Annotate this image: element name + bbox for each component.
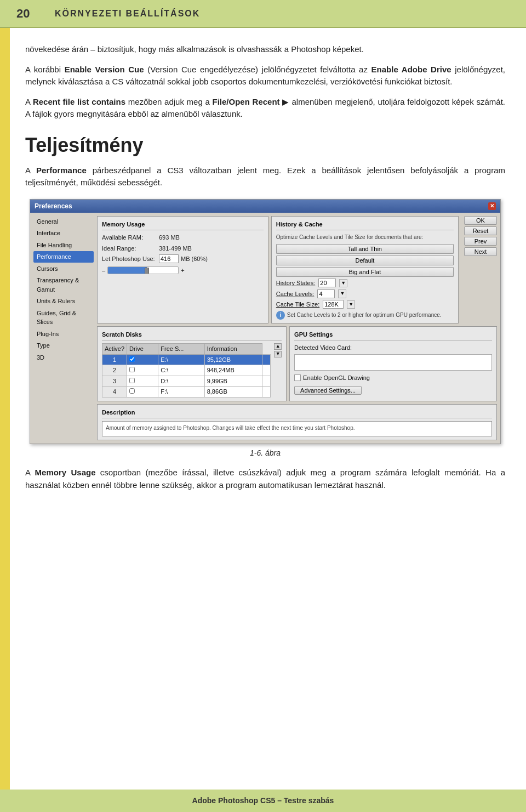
disk-free-2: 948,24MB xyxy=(204,365,262,376)
right-buttons-panel: OK Reset Prev Next xyxy=(464,216,497,323)
cache-info-row: i Set Cache Levels to 2 or higher for op… xyxy=(276,311,454,320)
description-text: Amount of memory assigned to Photoshop. … xyxy=(102,421,492,436)
disk-num-4: 4 xyxy=(102,387,127,398)
opengl-checkbox-row: Enable OpenGL Drawing xyxy=(294,373,492,383)
next-button[interactable]: Next xyxy=(464,247,497,256)
opengl-label: Enable OpenGL Drawing xyxy=(303,373,370,383)
disk-free-1: 35,12GB xyxy=(204,354,262,365)
chapter-title: KÖRNYEZETI BEÁLLÍTÁSOK xyxy=(55,7,200,20)
reset-button[interactable]: Reset xyxy=(464,226,497,235)
cache-levels-input[interactable] xyxy=(317,289,335,298)
dialog-title: Preferences xyxy=(35,201,72,211)
disk-drive-4: F:\ xyxy=(158,387,204,398)
disk-num-1: 1 xyxy=(102,354,127,365)
cache-levels-arrow[interactable]: ▼ xyxy=(338,289,346,298)
disk-info-2 xyxy=(262,365,271,376)
tall-thin-button[interactable]: Tall and Thin xyxy=(276,244,454,254)
cache-levels-label: Cache Levels: xyxy=(276,289,315,299)
ideal-range-value: 381-499 MB xyxy=(159,244,192,253)
disk-row-3[interactable]: 3 D:\ 9,99GB xyxy=(102,376,271,387)
let-photoshop-row: Let Photoshop Use: MB (60%) xyxy=(102,254,264,264)
scratch-disks-content: Active? Drive Free S... Information xyxy=(102,343,282,398)
cache-tile-input[interactable] xyxy=(323,300,344,309)
history-states-row: History States: ▼ xyxy=(276,279,454,288)
photoshop-dialog: Preferences ✕ General Interface File Han… xyxy=(30,199,501,445)
ok-button[interactable]: OK xyxy=(464,216,497,225)
ideal-range-row: Ideal Range: 381-499 MB xyxy=(102,244,264,253)
disk-row-2[interactable]: 2 C:\ 948,24MB xyxy=(102,365,271,376)
opengl-checkbox[interactable] xyxy=(294,374,301,381)
description-panel: Description Amount of memory assigned to… xyxy=(97,404,497,441)
info-icon: i xyxy=(276,311,285,320)
dialog-close-button[interactable]: ✕ xyxy=(488,202,496,210)
paragraph-1: növekedése árán – biztosítjuk, hogy más … xyxy=(25,43,505,56)
left-accent-bar xyxy=(0,28,10,812)
available-ram-label: Available RAM: xyxy=(102,233,157,242)
disk-drive-2: C:\ xyxy=(158,365,204,376)
disk-num-3: 3 xyxy=(102,376,127,387)
sidebar-item-cursors[interactable]: Cursors xyxy=(33,263,94,275)
scratch-disks-panel: Scratch Disks Active? Drive Free S... In xyxy=(97,326,287,401)
sidebar-item-plugins[interactable]: Plug-Ins xyxy=(33,328,94,340)
prev-button[interactable]: Prev xyxy=(464,237,497,246)
memory-slider-fill xyxy=(108,267,146,274)
let-photoshop-unit: MB (60%) xyxy=(181,254,208,264)
let-photoshop-label: Let Photoshop Use: xyxy=(102,254,157,264)
default-button[interactable]: Default xyxy=(276,255,454,265)
sidebar-item-guides[interactable]: Guides, Grid & Slices xyxy=(33,308,94,328)
cache-info-text: Set Cache Levels to 2 or higher for opti… xyxy=(287,311,442,319)
disk-check-2[interactable] xyxy=(127,365,158,376)
history-states-arrow[interactable]: ▼ xyxy=(339,279,347,288)
disk-scroll-down[interactable]: ▼ xyxy=(274,351,282,357)
disk-check-4[interactable] xyxy=(127,387,158,398)
disk-row-4[interactable]: 4 F:\ 8,86GB xyxy=(102,387,271,398)
sidebar-item-file-handling[interactable]: File Handling xyxy=(33,240,94,251)
history-cache-panel: History & Cache Optimize Cache Levels an… xyxy=(271,216,459,323)
paragraph-4: A Performance párbeszédpanel a CS3 válto… xyxy=(25,164,505,189)
col-free: Free S... xyxy=(158,344,204,355)
disk-info-4 xyxy=(262,387,271,398)
footer-text: Adobe Photoshop CS5 – Testre szabás xyxy=(192,796,334,805)
disk-check-3[interactable] xyxy=(127,376,158,387)
cache-subtitle: Optimize Cache Levels and Tile Size for … xyxy=(276,233,454,241)
main-content: növekedése árán – biztosítjuk, hogy más … xyxy=(10,28,526,812)
sidebar-item-general[interactable]: General xyxy=(33,216,94,228)
memory-slider-thumb[interactable] xyxy=(145,268,149,274)
dialog-main: Memory Usage Available RAM: 693 MB Ideal… xyxy=(97,216,497,441)
paragraph-5: A Memory Usage csoportban (mezőbe írássa… xyxy=(25,467,505,491)
sidebar-item-units[interactable]: Units & Rulers xyxy=(33,296,94,307)
detected-video-row: Detected Video Card: xyxy=(294,343,492,353)
scratch-disks-table: Active? Drive Free S... Information xyxy=(102,343,271,398)
detected-label: Detected Video Card: xyxy=(294,343,352,353)
sidebar-item-interface[interactable]: Interface xyxy=(33,228,94,239)
sidebar-item-3d[interactable]: 3D xyxy=(33,352,94,364)
available-ram-row: Available RAM: 693 MB xyxy=(102,233,264,242)
disk-check-1[interactable] xyxy=(127,354,158,365)
let-photoshop-input[interactable] xyxy=(159,254,179,263)
cache-tile-row: Cache Tile Size: ▼ xyxy=(276,300,454,309)
history-states-input[interactable] xyxy=(318,279,336,287)
slider-min-icon: – xyxy=(102,266,105,275)
scratch-disks-title: Scratch Disks xyxy=(102,330,282,341)
sidebar-item-performance[interactable]: Performance xyxy=(33,251,94,263)
figure-caption: 1-6. ábra xyxy=(25,447,505,459)
dialog-titlebar: Preferences ✕ xyxy=(30,200,500,213)
disk-info-3 xyxy=(262,376,271,387)
slider-max-icon: + xyxy=(181,266,184,275)
page-wrapper: növekedése árán – biztosítjuk, hogy más … xyxy=(0,28,526,812)
gpu-settings-panel: GPU Settings Detected Video Card: Enable… xyxy=(289,326,497,401)
top-panels-row: Memory Usage Available RAM: 693 MB Ideal… xyxy=(97,216,497,323)
col-active: Active? xyxy=(102,344,127,355)
memory-slider-track[interactable] xyxy=(107,266,179,274)
disk-row-1[interactable]: 1 E:\ 35,12GB xyxy=(102,354,271,365)
advanced-settings-button[interactable]: Advanced Settings... xyxy=(294,386,362,395)
sidebar-item-type[interactable]: Type xyxy=(33,340,94,351)
big-flat-button[interactable]: Big and Flat xyxy=(276,267,454,277)
cache-tile-arrow[interactable]: ▼ xyxy=(347,300,355,309)
sidebar-item-transparency[interactable]: Transparency & Gamut xyxy=(33,275,94,295)
history-cache-title: History & Cache xyxy=(276,220,454,231)
disk-scroll-up[interactable]: ▲ xyxy=(274,343,282,350)
cache-levels-row: Cache Levels: ▼ xyxy=(276,289,454,299)
cache-tile-label: Cache Tile Size: xyxy=(276,300,319,309)
page-number: 20 xyxy=(16,4,38,22)
